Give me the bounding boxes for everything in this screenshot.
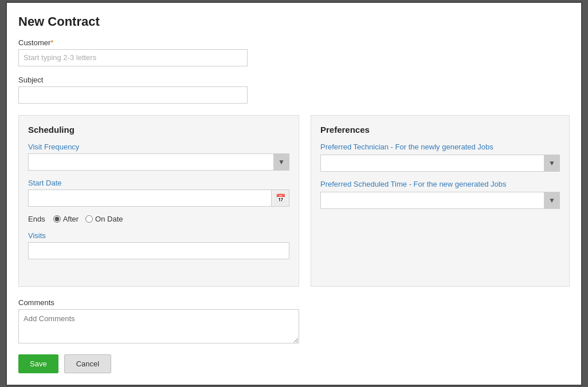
cancel-button[interactable]: Cancel bbox=[64, 354, 111, 373]
visit-frequency-select-wrap: ▼ bbox=[28, 153, 289, 171]
visits-input[interactable] bbox=[28, 242, 289, 259]
ends-after-option[interactable]: After bbox=[53, 215, 79, 223]
customer-label: Customer* bbox=[18, 38, 570, 47]
comments-section: Comments bbox=[18, 298, 570, 345]
preferred-scheduled-time-select[interactable] bbox=[320, 192, 560, 209]
scheduling-title: Scheduling bbox=[28, 125, 289, 135]
button-row: Save Cancel bbox=[18, 354, 570, 373]
subject-label: Subject bbox=[18, 76, 570, 84]
subject-input[interactable] bbox=[18, 86, 248, 104]
ends-label: Ends bbox=[28, 215, 45, 223]
customer-input-wrap bbox=[18, 49, 248, 66]
visits-group: Visits bbox=[28, 231, 289, 259]
preferred-technician-select-wrap: ▼ bbox=[320, 155, 560, 172]
subject-input-wrap bbox=[18, 86, 248, 104]
start-date-group: Start Date 📅 bbox=[28, 179, 289, 207]
customer-input[interactable] bbox=[18, 49, 248, 66]
ends-on-date-label: On Date bbox=[95, 215, 123, 223]
start-date-input[interactable] bbox=[28, 189, 289, 207]
preferred-scheduled-time-group: Preferred Scheduled Time - For the new g… bbox=[320, 180, 560, 209]
subject-section: Subject bbox=[18, 76, 570, 104]
visits-label: Visits bbox=[28, 231, 289, 240]
start-date-input-wrap: 📅 bbox=[28, 189, 289, 207]
save-button[interactable]: Save bbox=[18, 354, 58, 373]
ends-on-date-radio[interactable] bbox=[85, 215, 93, 223]
ends-on-date-option[interactable]: On Date bbox=[85, 215, 123, 223]
visit-frequency-label: Visit Frequency bbox=[28, 143, 289, 151]
ends-after-radio[interactable] bbox=[53, 215, 61, 223]
preferred-technician-group: Preferred Technician - For the newly gen… bbox=[320, 143, 560, 172]
ends-row: Ends After On Date bbox=[28, 215, 289, 223]
start-date-label: Start Date bbox=[28, 179, 289, 187]
customer-section: Customer* bbox=[18, 38, 570, 66]
preferred-technician-label: Preferred Technician - For the newly gen… bbox=[320, 143, 560, 151]
preferred-scheduled-time-select-wrap: ▼ bbox=[320, 192, 560, 209]
ends-radio-group: After On Date bbox=[53, 215, 123, 223]
preferred-technician-select[interactable] bbox=[320, 155, 560, 172]
two-col-layout: Scheduling Visit Frequency ▼ Start Date bbox=[18, 115, 570, 287]
preferences-title: Preferences bbox=[320, 125, 560, 135]
preferred-scheduled-time-label: Preferred Scheduled Time - For the new g… bbox=[320, 180, 560, 188]
page-title: New Contract bbox=[18, 14, 570, 29]
visit-frequency-group: Visit Frequency ▼ bbox=[28, 143, 289, 171]
comments-label: Comments bbox=[18, 298, 570, 307]
scheduling-box: Scheduling Visit Frequency ▼ Start Date bbox=[18, 115, 299, 287]
preferences-box: Preferences Preferred Technician - For t… bbox=[311, 115, 570, 287]
ends-after-label: After bbox=[63, 215, 79, 223]
visit-frequency-select[interactable] bbox=[28, 153, 289, 171]
calendar-icon[interactable]: 📅 bbox=[271, 189, 289, 207]
comments-textarea[interactable] bbox=[18, 309, 299, 343]
new-contract-modal: New Contract Customer* Subject Schedulin… bbox=[6, 2, 582, 386]
